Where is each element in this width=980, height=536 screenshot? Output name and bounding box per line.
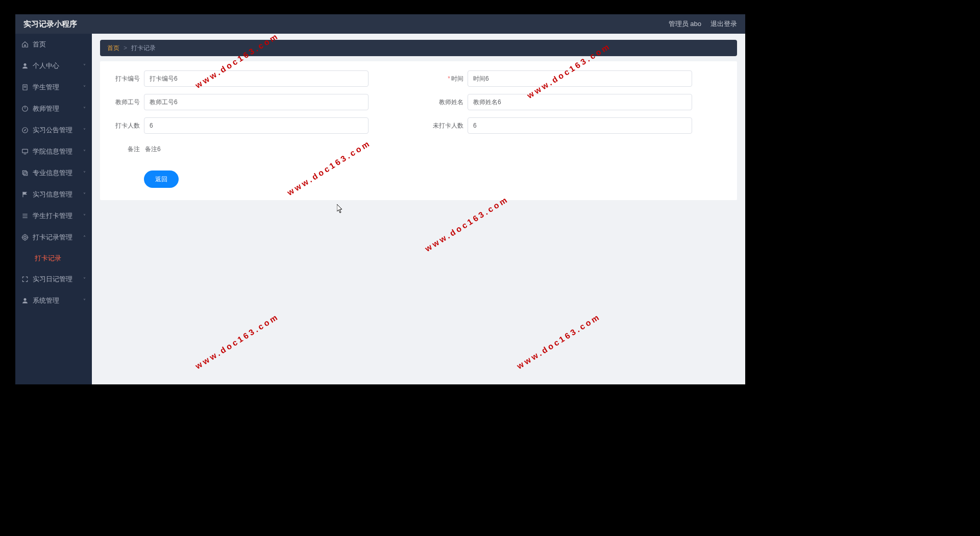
input-record-no[interactable] — [144, 70, 369, 87]
sidebar-item-label: 学生打卡管理 — [33, 211, 83, 221]
sidebar-item-3[interactable]: 教师管理˅ — [15, 98, 92, 119]
input-checked[interactable] — [144, 117, 369, 134]
label-teacher-name: 教师姓名 — [429, 94, 468, 110]
sidebar-item-1[interactable]: 个人中心˅ — [15, 55, 92, 77]
field-remark: 备注 备注6 — [105, 141, 732, 157]
chevron-down-icon: ˅ — [83, 192, 86, 198]
sidebar-item-label: 实习信息管理 — [33, 190, 83, 199]
app-title: 实习记录小程序 — [23, 19, 77, 29]
chevron-down-icon: ˅ — [83, 277, 86, 282]
breadcrumb-current: 打卡记录 — [131, 44, 156, 53]
compass-icon — [21, 127, 29, 134]
chevron-down-icon: ˅ — [83, 63, 86, 69]
logout-link[interactable]: 退出登录 — [710, 19, 737, 29]
label-teacher-id: 教师工号 — [105, 94, 144, 110]
doc-icon — [21, 84, 29, 91]
sidebar-subitem-active[interactable]: 打卡记录 — [15, 248, 92, 269]
copy-icon — [21, 169, 29, 177]
field-teacher-id: 教师工号 — [105, 94, 408, 110]
input-unchecked[interactable] — [468, 117, 692, 134]
sidebar: 首页个人中心˅学生管理˅教师管理˅实习公告管理˅学院信息管理˅专业信息管理˅实习… — [15, 34, 92, 384]
field-time: *时间 — [429, 70, 732, 87]
form-card: 打卡编号 *时间 教师工号 教师姓名 — [100, 61, 737, 200]
return-button[interactable]: 返回 — [144, 170, 179, 188]
sidebar-item-label: 实习日记管理 — [33, 275, 83, 284]
header: 实习记录小程序 管理员 abo 退出登录 — [15, 14, 745, 34]
svg-point-21 — [24, 298, 27, 301]
breadcrumb-sep: > — [124, 44, 127, 52]
chevron-up-icon: ˄ — [83, 235, 86, 240]
label-unchecked: 未打卡人数 — [429, 117, 468, 130]
target-icon — [21, 234, 29, 241]
chevron-down-icon: ˅ — [83, 128, 86, 133]
person-icon — [21, 297, 29, 304]
label-record-no: 打卡编号 — [105, 70, 144, 87]
sidebar-item-label: 学生管理 — [33, 83, 83, 92]
chevron-down-icon: ˅ — [83, 298, 86, 304]
sidebar-item-label: 打卡记录管理 — [33, 233, 83, 242]
svg-point-15 — [22, 235, 28, 240]
sidebar-item-8[interactable]: 学生打卡管理˅ — [15, 205, 92, 227]
chevron-down-icon: ˅ — [83, 149, 86, 155]
field-teacher-name: 教师姓名 — [429, 94, 732, 110]
header-right: 管理员 abo 退出登录 — [669, 19, 737, 29]
home-icon — [21, 41, 29, 48]
sidebar-item-5[interactable]: 学院信息管理˅ — [15, 141, 92, 162]
svg-point-16 — [24, 236, 27, 239]
fullscreen-icon — [21, 276, 29, 283]
flag-icon — [21, 191, 29, 198]
chevron-down-icon: ˅ — [83, 85, 86, 90]
value-remark: 备注6 — [144, 141, 732, 157]
admin-label[interactable]: 管理员 abo — [669, 19, 701, 29]
breadcrumb: 首页 > 打卡记录 — [100, 40, 737, 56]
sidebar-item-6[interactable]: 专业信息管理˅ — [15, 162, 92, 184]
sidebar-item-label: 个人中心 — [33, 61, 83, 70]
breadcrumb-home[interactable]: 首页 — [107, 44, 119, 53]
svg-rect-9 — [22, 170, 26, 174]
sidebar-item-label: 教师管理 — [33, 104, 83, 113]
sidebar-item-7[interactable]: 实习信息管理˅ — [15, 184, 92, 205]
sidebar-item-10[interactable]: 实习日记管理˅ — [15, 269, 92, 290]
sidebar-item-9[interactable]: 打卡记录管理˄ — [15, 227, 92, 248]
chevron-down-icon: ˅ — [83, 170, 86, 176]
sidebar-item-label: 专业信息管理 — [33, 168, 83, 178]
list-icon — [21, 212, 29, 220]
svg-rect-10 — [24, 172, 28, 176]
sidebar-item-label: 实习公告管理 — [33, 126, 83, 135]
label-remark: 备注 — [105, 141, 144, 157]
sidebar-item-label: 系统管理 — [33, 296, 83, 305]
sidebar-item-4[interactable]: 实习公告管理˅ — [15, 119, 92, 141]
svg-point-0 — [24, 63, 27, 66]
svg-rect-7 — [22, 149, 28, 153]
sidebar-item-0[interactable]: 首页 — [15, 34, 92, 55]
input-teacher-name[interactable] — [468, 94, 692, 110]
user-icon — [21, 62, 29, 69]
chevron-down-icon: ˅ — [83, 213, 86, 219]
sidebar-item-2[interactable]: 学生管理˅ — [15, 77, 92, 98]
power-icon — [21, 105, 29, 112]
sidebar-item-label: 首页 — [33, 40, 86, 49]
chevron-down-icon: ˅ — [83, 106, 86, 112]
field-checked: 打卡人数 — [105, 117, 408, 134]
field-unchecked: 未打卡人数 — [429, 117, 732, 134]
input-time[interactable] — [468, 70, 692, 87]
label-checked: 打卡人数 — [105, 117, 144, 134]
sidebar-item-11[interactable]: 系统管理˅ — [15, 290, 92, 311]
field-record-no: 打卡编号 — [105, 70, 408, 87]
sidebar-item-label: 学院信息管理 — [33, 147, 83, 156]
label-time: *时间 — [429, 70, 468, 87]
main: 首页 > 打卡记录 打卡编号 *时间 教师工号 — [92, 34, 745, 384]
monitor-icon — [21, 148, 29, 155]
input-teacher-id[interactable] — [144, 94, 369, 110]
